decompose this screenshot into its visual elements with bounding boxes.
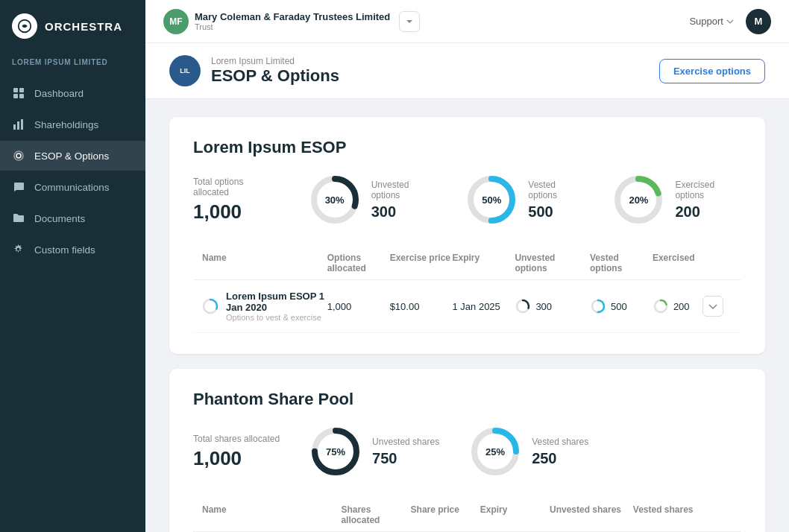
sidebar-item-dashboard[interactable]: Dashboard: [0, 78, 145, 108]
phantom-total-label: Total shares allocated: [193, 434, 280, 444]
grid-icon: [12, 86, 25, 100]
bar-chart-icon: [12, 118, 25, 131]
esop-unvested-label: Unvested options: [371, 180, 436, 200]
svg-point-9: [14, 151, 23, 160]
esop-unvested-donut: 30%: [309, 174, 361, 226]
page-header-title: ESOP & Options: [211, 66, 339, 86]
esop-exercised-donut: 20%: [612, 174, 664, 226]
esop-row-name: Lorem Ipsum ESOP 1 Jan 2020 Options to v…: [202, 291, 327, 322]
sidebar-item-custom-fields[interactable]: Custom fields: [0, 235, 145, 265]
svg-rect-7: [21, 119, 23, 130]
exercise-options-button[interactable]: Exercise options: [659, 59, 765, 83]
sidebar-item-label: Documents: [34, 213, 85, 224]
phantom-vested-label: Vested shares: [532, 437, 588, 447]
sidebar-item-shareholdings[interactable]: Shareholdings: [0, 110, 145, 139]
esop-vested-donut: 50%: [465, 174, 518, 226]
svg-rect-5: [13, 124, 16, 130]
phantom-col-vested: Vested shares: [633, 504, 702, 525]
svg-rect-4: [19, 94, 24, 98]
phantom-vested-pct: 25%: [485, 446, 505, 457]
esop-title: Lorem Ipsum ESOP: [193, 138, 741, 157]
svg-rect-6: [17, 121, 19, 130]
svg-rect-3: [13, 94, 18, 98]
phantom-stats-row: Total shares allocated 1,000 75% Unveste…: [193, 425, 741, 478]
content-area: Lorem Ipsum ESOP Total options allocated…: [145, 99, 789, 532]
sidebar-item-label: Communications: [34, 182, 110, 193]
phantom-total-value: 1,000: [193, 447, 280, 470]
sidebar-logo: ORCHESTRA: [0, 0, 145, 52]
esop-row-exercised: 200: [653, 298, 702, 314]
esop-row-expiry: 1 Jan 2025: [453, 301, 515, 312]
phantom-unvested-value: 750: [372, 450, 439, 467]
topbar-right: Support M: [689, 9, 771, 34]
esop-col-vested: Vested options: [590, 253, 653, 273]
svg-rect-1: [13, 88, 18, 92]
esop-total-value: 1,000: [193, 200, 279, 224]
phantom-col-name: Name: [202, 504, 341, 525]
esop-unvested-value: 300: [371, 203, 436, 221]
esop-vested-value: 500: [528, 203, 582, 221]
phantom-vested-value: 250: [532, 450, 588, 467]
esop-card: Lorem Ipsum ESOP Total options allocated…: [169, 117, 765, 354]
esop-vested-pct: 50%: [482, 194, 501, 206]
esop-total-label: Total options allocated: [193, 177, 279, 197]
esop-exercised-label: Exercised options: [675, 180, 741, 200]
esop-exercised-pct: 20%: [629, 194, 648, 206]
esop-stats-row: Total options allocated 1,000 30% Unvest…: [193, 174, 741, 226]
esop-unvested-group: 30% Unvested options 300: [309, 174, 436, 226]
sidebar-item-label: ESOP & Options: [34, 151, 109, 162]
phantom-table-header: Name Shares allocated Share price Expiry…: [193, 498, 741, 532]
user-avatar[interactable]: M: [746, 9, 771, 34]
esop-col-exercised: Exercised: [653, 253, 702, 273]
support-button[interactable]: Support: [689, 16, 734, 27]
sidebar-item-esop[interactable]: ESOP & Options: [0, 141, 145, 171]
sidebar-item-communications[interactable]: Communications: [0, 172, 145, 202]
phantom-unvested-stat: Unvested shares 750: [372, 437, 439, 467]
esop-exercised-stat: Exercised options 200: [675, 180, 741, 221]
sidebar-item-label: Shareholdings: [34, 119, 98, 130]
trust-dropdown-button[interactable]: [399, 11, 420, 32]
sidebar-item-label: Dashboard: [34, 88, 84, 99]
main-area: MF Mary Coleman & Faraday Trustees Limit…: [145, 0, 789, 532]
esop-table: Name Options allocated Exercise price Ex…: [193, 247, 741, 333]
esop-vested-label: Vested options: [528, 180, 582, 200]
esop-table-header: Name Options allocated Exercise price Ex…: [193, 247, 741, 280]
esop-row-options: 1,000: [327, 301, 390, 312]
phantom-col-price: Share price: [411, 504, 480, 525]
esop-exercised-value: 200: [675, 203, 741, 221]
sidebar: ORCHESTRA Lorem Ipsum Limited Dashboard …: [0, 0, 145, 532]
esop-col-options: Options allocated: [327, 253, 390, 273]
esop-row-price: $10.00: [390, 301, 453, 312]
trust-avatar: MF: [163, 9, 189, 34]
phantom-unvested-group: 75% Unvested shares 750: [309, 425, 439, 478]
esop-row-name-secondary: Options to vest & exercise: [226, 313, 327, 322]
sidebar-nav: Dashboard Shareholdings ESOP & Options: [0, 75, 145, 267]
phantom-col-shares: Shares allocated: [341, 504, 410, 525]
phantom-table: Name Shares allocated Share price Expiry…: [193, 498, 741, 532]
trust-name: Mary Coleman & Faraday Trustees Limited: [195, 11, 390, 22]
esop-row-expand-button[interactable]: [702, 296, 723, 317]
topbar: MF Mary Coleman & Faraday Trustees Limit…: [145, 0, 789, 43]
sidebar-item-label: Custom fields: [34, 244, 95, 256]
company-avatar: LIL: [169, 55, 201, 86]
svg-point-8: [16, 153, 21, 158]
phantom-col-expiry: Expiry: [480, 504, 550, 525]
phantom-unvested-label: Unvested shares: [372, 437, 439, 447]
sidebar-item-documents[interactable]: Documents: [0, 203, 145, 233]
svg-rect-2: [19, 88, 24, 92]
phantom-card: Phantom Share Pool Total shares allocate…: [169, 369, 765, 532]
esop-unvested-stat: Unvested options 300: [371, 180, 436, 221]
esop-vested-stat: Vested options 500: [528, 180, 582, 221]
esop-row-unvested: 300: [515, 298, 590, 314]
esop-col-price: Exercise price: [390, 253, 453, 273]
topbar-left: MF Mary Coleman & Faraday Trustees Limit…: [163, 9, 420, 34]
phantom-total-stat: Total shares allocated 1,000: [193, 434, 280, 470]
esop-row-icon: [202, 296, 219, 317]
esop-unvested-pct: 30%: [325, 194, 345, 206]
page-header-title-group: Lorem Ipsum Limited ESOP & Options: [211, 56, 339, 86]
chat-icon: [12, 180, 25, 194]
esop-col-expiry: Expiry: [453, 253, 515, 273]
esop-table-row: Lorem Ipsum ESOP 1 Jan 2020 Options to v…: [193, 280, 741, 333]
trust-info: Mary Coleman & Faraday Trustees Limited …: [195, 11, 390, 31]
phantom-col-unvested: Unvested shares: [550, 504, 633, 525]
